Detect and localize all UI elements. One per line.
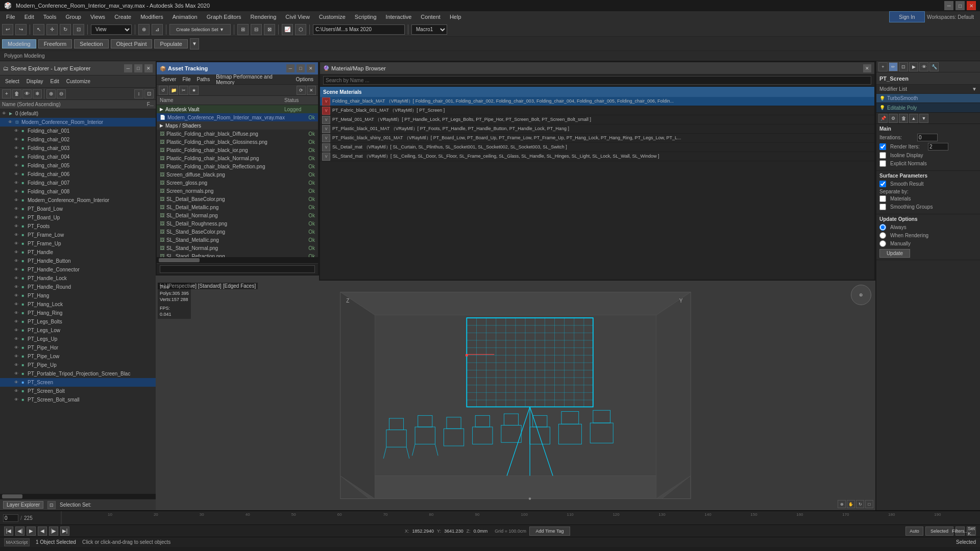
curve-editor-button[interactable]: 📈	[282, 24, 293, 35]
at-refresh-btn[interactable]: ⟳	[297, 86, 306, 95]
at-menu-server[interactable]: Server	[159, 76, 179, 83]
ts-isoline-check[interactable]	[879, 152, 886, 159]
menu-animation[interactable]: Animation	[168, 13, 202, 21]
at-file-plastic-diffuse[interactable]: 🖼 Plastic_Folding_chair_black_Diffuse.pn…	[157, 130, 318, 138]
at-file-sl-metallic[interactable]: 🖼 SL_Detail_Metallic.png Ok	[157, 203, 318, 211]
at-scrollbar-h[interactable]	[157, 257, 318, 263]
se-item-chair004[interactable]: 👁■ Folding_chair_004	[0, 153, 156, 161]
selection-mode-button[interactable]: Selection	[74, 39, 108, 48]
mb-mat-folding-black[interactable]: V Folding_chair_black_MAT （VRayMtl）[ Fol…	[320, 97, 874, 106]
at-minimize-btn[interactable]: ─	[286, 64, 295, 72]
ts-explicit-check[interactable]	[879, 160, 886, 167]
pb-play-back-btn[interactable]: ◀	[38, 527, 47, 536]
at-main-file-row[interactable]: 📄 Modern_Conference_Room_Interior_max_vr…	[157, 113, 318, 121]
se-item-portable-tripod[interactable]: 👁■ PT_Portable_Tripod_Projection_Screen_…	[0, 369, 156, 378]
move-button[interactable]: ✛	[46, 24, 58, 35]
snap-button[interactable]: ⊕	[138, 24, 150, 35]
auto-key-btn[interactable]: Auto	[905, 527, 923, 536]
at-menu-paths[interactable]: Paths	[194, 76, 213, 83]
rp-modify-btn[interactable]: ✏	[889, 62, 898, 71]
menu-rendering[interactable]: Rendering	[247, 13, 281, 21]
set-key-btn[interactable]: Set K...	[967, 527, 976, 536]
align-button[interactable]: ⊟	[251, 24, 262, 35]
mb-close-btn[interactable]: ✕	[863, 64, 871, 72]
menu-interactive[interactable]: Interactive	[382, 13, 416, 21]
at-menu-file[interactable]: File	[180, 76, 193, 83]
vp-orbit-btn[interactable]: ↻	[856, 500, 864, 508]
timeline-bar[interactable]: / 225 10 20 30 40 50 60 70 80 90 100 110	[0, 510, 980, 524]
at-file-screen-gloss[interactable]: 🖼 Screen_gloss.png Ok	[157, 179, 318, 187]
se-item-hang[interactable]: 👁■ PT_Hang	[0, 291, 156, 300]
at-highlight-btn[interactable]: ★	[189, 86, 199, 95]
mb-mat-fabric-black[interactable]: V PT_Fabric_black_001_MAT （VRayMtl）[ PT_…	[320, 106, 874, 115]
mb-search-input[interactable]	[323, 76, 871, 85]
menu-scripting[interactable]: Scripting	[351, 13, 381, 21]
mod-move-down-btn[interactable]: ▼	[919, 114, 928, 123]
close-button[interactable]: ✕	[967, 1, 976, 10]
select-button[interactable]: ↖	[33, 24, 44, 35]
se-item-room-interior[interactable]: 👁⊡ Modern_Conference_Room_Interior	[0, 118, 156, 127]
add-time-tag-btn[interactable]: Add Time Tag	[529, 527, 570, 536]
modifier-editable-poly[interactable]: 💡 Editable Poly	[876, 103, 980, 112]
se-item-chair002[interactable]: 👁■ Folding_chair_002	[0, 135, 156, 144]
pb-go-start-btn[interactable]: |◀	[4, 527, 13, 536]
se-item-frame-low[interactable]: 👁■ PT_Frame_Low	[0, 231, 156, 239]
schematic-view-button[interactable]: ⬡	[295, 24, 306, 35]
se-item-chair006[interactable]: 👁■ Folding_chair_006	[0, 170, 156, 179]
se-item-board-up[interactable]: 👁■ PT_Board_Up	[0, 213, 156, 222]
pb-go-end-btn[interactable]: ▶|	[60, 527, 69, 536]
mode-options-button[interactable]: ▼	[190, 38, 199, 49]
vp-pan-btn[interactable]: ✋	[847, 500, 855, 508]
ts-render-iters-input[interactable]	[928, 143, 948, 151]
at-file-sl-rough[interactable]: 🖼 SL_Detail_Roughness.png Ok	[157, 219, 318, 228]
se-item-chair003[interactable]: 👁■ Folding_chair_003	[0, 144, 156, 153]
se-hide-btn[interactable]: 👁	[22, 89, 32, 98]
mod-delete-btn[interactable]: 🗑	[899, 114, 908, 123]
viewport-scene[interactable]: Z Y	[156, 281, 875, 510]
se-delete-btn[interactable]: 🗑	[12, 89, 21, 98]
se-sort-btn[interactable]: ↕	[134, 89, 143, 98]
menu-views[interactable]: Views	[86, 13, 109, 21]
mb-mat-sl-detail[interactable]: V SL_Detail_mat （VRayMtl）[ SL_Curtain, S…	[320, 143, 874, 152]
se-item-handle-round[interactable]: 👁■ PT_Handle_Round	[0, 283, 156, 291]
at-close2-btn[interactable]: ✕	[307, 86, 316, 95]
pb-play-btn[interactable]: ▶	[27, 527, 36, 536]
se-item-legs-up[interactable]: 👁■ PT_Legs_Up	[0, 335, 156, 343]
menu-create[interactable]: Create	[110, 13, 135, 21]
se-item-hang-lock[interactable]: 👁■ PT_Hang_Lock	[0, 300, 156, 309]
maxscript-btn[interactable]: MAXScript	[4, 538, 30, 546]
rp-display-btn[interactable]: 👁	[919, 62, 928, 71]
ts-smooth-result-check[interactable]	[879, 181, 886, 187]
menu-group[interactable]: Group	[61, 13, 85, 21]
pb-prev-frame-btn[interactable]: ◀|	[15, 527, 24, 536]
se-new-layer-btn[interactable]: +	[2, 89, 11, 98]
mb-mat-plastic-001[interactable]: V PT_Plastic_black_001_MAT （VRayMtl）[ PT…	[320, 124, 874, 134]
populate-mode-button[interactable]: Populate	[154, 39, 187, 48]
modeling-mode-button[interactable]: Modeling	[2, 39, 36, 48]
sign-in-button[interactable]: Sign In	[889, 11, 925, 22]
menu-graph-editors[interactable]: Graph Editors	[203, 13, 246, 21]
se-item-legs-low[interactable]: 👁■ PT_Legs_Low	[0, 326, 156, 335]
at-file-sl-normal[interactable]: 🖼 SL_Detail_Normal.png Ok	[157, 211, 318, 219]
at-close-btn[interactable]: ✕	[307, 64, 315, 72]
vp-zoom-btn[interactable]: ⊕	[838, 500, 846, 508]
at-float-btn[interactable]: □	[297, 64, 305, 72]
menu-civil-view[interactable]: Civil View	[281, 13, 313, 21]
se-filter-btn[interactable]: ⊡	[144, 89, 154, 98]
at-menu-bitmap[interactable]: Bitmap Performance and Memory	[213, 73, 292, 86]
modifier-turbosmooth[interactable]: 💡 TurboSmooth	[876, 94, 980, 103]
se-item-screen-bolt-small[interactable]: 👁■ PT_Screen_Bolt_small	[0, 395, 156, 404]
create-sel-set-button[interactable]: Create Selection Set ▼	[169, 24, 231, 35]
menu-help[interactable]: Help	[446, 13, 465, 21]
se-freeze-btn[interactable]: ❄	[33, 89, 42, 98]
se-menu-customize[interactable]: Customize	[63, 78, 93, 85]
at-file-plastic-gloss[interactable]: 🖼 Plastic_Folding_chair_black_Glossiness…	[157, 138, 318, 146]
se-item-chair001[interactable]: 👁■ Folding_chair_001	[0, 127, 156, 135]
se-float-button[interactable]: □	[134, 64, 142, 72]
se-item-pt-screen[interactable]: 👁■ PT_Screen	[0, 378, 156, 387]
se-layer-explorer-btn[interactable]: Layer Explorer	[3, 501, 43, 509]
se-item-legs-bolts[interactable]: 👁■ PT_Legs_Bolts	[0, 317, 156, 326]
se-menu-display[interactable]: Display	[23, 78, 46, 85]
snap-angle-button[interactable]: ⊿	[152, 24, 163, 35]
at-menu-options[interactable]: Options	[293, 76, 316, 83]
